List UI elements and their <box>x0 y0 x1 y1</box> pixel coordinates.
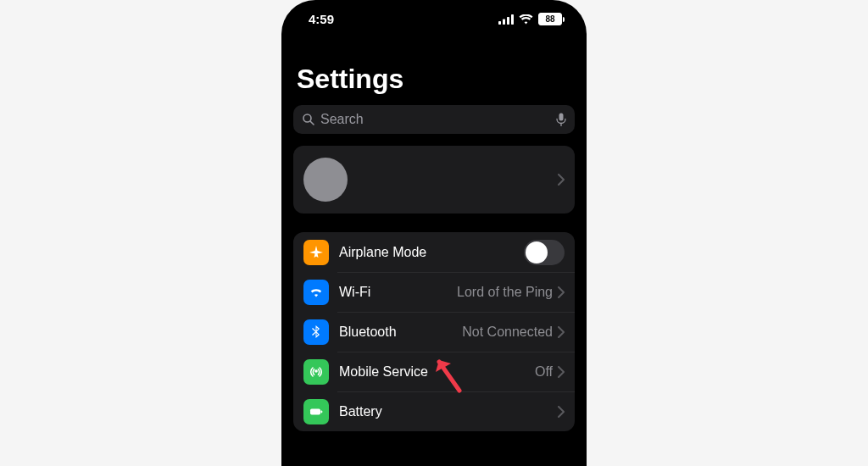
svg-rect-1 <box>503 19 505 25</box>
row-airplane-mode[interactable]: Airplane Mode <box>293 232 575 272</box>
svg-rect-10 <box>321 410 323 413</box>
row-wifi[interactable]: Wi-Fi Lord of the Ping <box>293 272 575 312</box>
row-value: Lord of the Ping <box>457 285 553 300</box>
battery-percent: 88 <box>545 14 554 24</box>
airplane-toggle[interactable] <box>524 240 565 265</box>
battery-icon <box>303 399 329 424</box>
chevron-right-icon <box>558 366 565 378</box>
row-label: Bluetooth <box>339 325 462 340</box>
svg-rect-9 <box>310 408 320 414</box>
row-value: Off <box>535 364 553 380</box>
svg-rect-2 <box>507 17 509 25</box>
phone-frame: 4:59 88 Settings Search <box>281 0 587 466</box>
bluetooth-icon <box>303 319 329 345</box>
row-label: Wi-Fi <box>339 285 457 300</box>
row-bluetooth[interactable]: Bluetooth Not Connected <box>293 312 575 352</box>
svg-rect-6 <box>559 114 564 121</box>
svg-rect-0 <box>498 21 501 25</box>
search-icon <box>302 113 315 126</box>
page-title: Settings <box>281 26 587 105</box>
status-time: 4:59 <box>309 12 334 26</box>
row-value: Not Connected <box>462 325 553 340</box>
row-battery[interactable]: Battery <box>293 391 575 431</box>
airplane-icon <box>303 240 329 265</box>
svg-point-8 <box>314 369 318 373</box>
chevron-right-icon <box>558 286 565 298</box>
antenna-icon <box>303 359 329 385</box>
search-placeholder: Search <box>320 112 556 127</box>
microphone-icon[interactable] <box>556 113 566 126</box>
chevron-right-icon <box>558 406 565 418</box>
settings-list: Airplane Mode Wi-Fi Lord of the Ping Blu… <box>293 232 575 431</box>
chevron-right-icon <box>558 174 565 186</box>
status-bar: 4:59 88 <box>281 0 587 26</box>
row-label: Airplane Mode <box>339 245 524 260</box>
profile-card[interactable] <box>293 146 575 214</box>
wifi-icon <box>303 280 329 305</box>
svg-line-5 <box>310 121 314 125</box>
cellular-signal-icon <box>498 14 514 25</box>
status-right: 88 <box>498 13 565 25</box>
wifi-status-icon <box>519 14 533 25</box>
search-input[interactable]: Search <box>293 105 575 134</box>
svg-rect-3 <box>511 14 514 25</box>
avatar <box>303 158 348 202</box>
row-mobile-service[interactable]: Mobile Service Off <box>293 352 575 391</box>
row-label: Mobile Service <box>339 364 535 380</box>
row-label: Battery <box>339 404 558 419</box>
chevron-right-icon <box>558 326 565 338</box>
battery-status-icon: 88 <box>538 13 565 25</box>
